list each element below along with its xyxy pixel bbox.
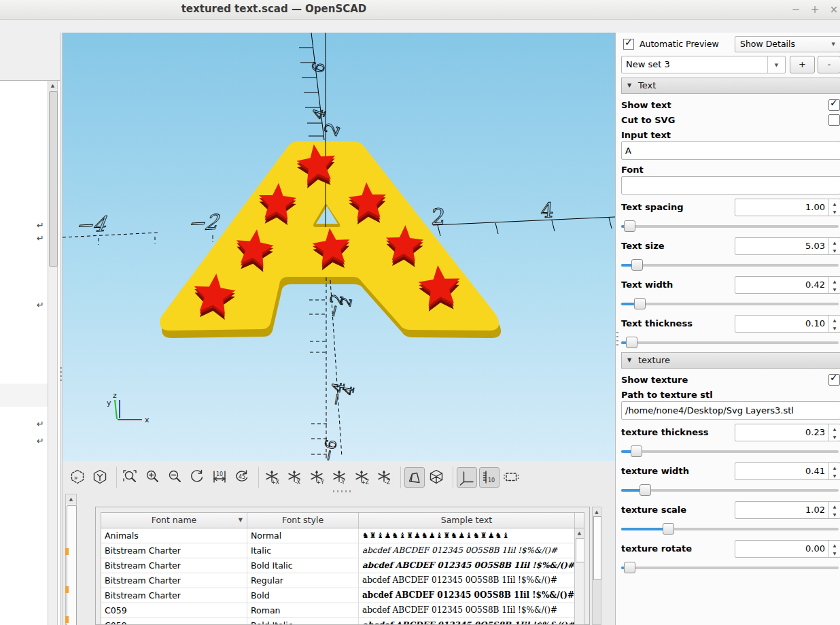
checkbox-show-text[interactable]: ✓: [828, 99, 840, 111]
remove-preset-button[interactable]: -: [818, 56, 840, 73]
zoom-in-button[interactable]: [143, 467, 163, 488]
font-row[interactable]: C059Bold Italicabcdef ABCDEF 012345 0O5S…: [101, 618, 584, 625]
spin-arrows[interactable]: ▲▼: [828, 424, 840, 441]
editor-scrollbar-thumb[interactable]: [49, 91, 58, 267]
spinbox-texture-scale[interactable]: 1.02▲▼: [735, 501, 840, 519]
spin-arrows[interactable]: ▲▼: [828, 541, 840, 557]
font-row[interactable]: C059Romanabcdef ABCDEF 012345 0O5S8B 1Ii…: [101, 603, 584, 618]
reset-rotation-button[interactable]: [188, 467, 208, 488]
scroll-up-icon[interactable]: ▲: [48, 81, 57, 90]
view-plus-z-button[interactable]: +Z: [352, 467, 372, 488]
font-row[interactable]: Bitstream CharterBoldabcdef ABCDEF 01234…: [101, 588, 584, 603]
window-title: textured text.scad — OpenSCAD: [0, 3, 548, 15]
spin-arrows[interactable]: ▲▼: [828, 502, 840, 518]
scroll-up-icon[interactable]: ▲: [66, 494, 76, 504]
section-header-text[interactable]: ▼Text: [621, 78, 840, 94]
slider-handle[interactable]: [626, 337, 637, 348]
spin-arrows[interactable]: ▲▼: [828, 238, 840, 254]
input-path-to-texture-stl[interactable]: /home/none4/Desktop/Svg Layers3.stl: [621, 401, 840, 420]
reset-view-button[interactable]: [90, 467, 111, 488]
slider-handle[interactable]: [624, 220, 635, 232]
slider-handle[interactable]: [663, 523, 674, 535]
slider-handle[interactable]: [634, 298, 646, 309]
slider-groove: [621, 567, 839, 569]
font-row[interactable]: Bitstream CharterBold Italicabcdef ABCDE…: [101, 558, 584, 573]
panel-left-scrollbar[interactable]: ▲: [65, 494, 77, 625]
show-scale-markers-button[interactable]: 10: [479, 467, 500, 488]
view-plus-x-button[interactable]: +X: [262, 467, 283, 488]
input-font[interactable]: [621, 176, 840, 195]
zoom-to-fit-button[interactable]: [120, 467, 141, 488]
zoom-out-button[interactable]: [165, 467, 186, 488]
measure-distance-icon: 10: [211, 468, 228, 486]
slider-texture-thickness[interactable]: [621, 443, 840, 460]
automatic-preview-checkbox[interactable]: ✓: [623, 39, 634, 50]
spinbox-texture-width[interactable]: 0.41▲▼: [735, 462, 840, 480]
close-button[interactable]: ×: [826, 2, 840, 17]
rotate-45-button[interactable]: 45: [232, 467, 253, 488]
column-header[interactable]: Font style: [247, 513, 359, 528]
slider-text-spacing[interactable]: [621, 218, 840, 235]
editor-scrollbar[interactable]: ▲: [48, 81, 58, 625]
checkbox-show-texture[interactable]: ✓: [828, 374, 840, 386]
panel-splitter-dots[interactable]: [333, 490, 351, 492]
slider-handle[interactable]: [624, 562, 635, 573]
scroll-up-icon[interactable]: ▲: [575, 528, 584, 538]
spin-value: 1.00: [805, 199, 825, 216]
slider-text-size[interactable]: [621, 257, 840, 273]
font-style-cell: Bold Italic: [247, 558, 359, 573]
orthographic-button[interactable]: [427, 467, 447, 488]
chevron-down-icon: ▼: [775, 63, 778, 68]
slider-text-width[interactable]: [621, 296, 840, 312]
preset-dropdown-arrow[interactable]: ▼: [767, 56, 785, 73]
slider-handle[interactable]: [631, 259, 643, 271]
spin-arrows[interactable]: ▲▼: [828, 199, 840, 216]
details-dropdown[interactable]: Show Details ▼: [735, 36, 840, 52]
column-header[interactable]: Font name▼: [101, 513, 247, 528]
slider-handle[interactable]: [631, 445, 642, 457]
table-scrollbar[interactable]: ▲: [574, 528, 584, 625]
scrollbar-thumb[interactable]: [67, 505, 77, 625]
checkbox-cut-to-svg[interactable]: [828, 114, 840, 126]
spinbox-texture-rotate[interactable]: 0.00▲▼: [735, 540, 840, 558]
scrollbar-thumb[interactable]: [593, 516, 601, 580]
add-preset-button[interactable]: +: [790, 56, 815, 73]
slider-text-thickness[interactable]: [621, 335, 840, 351]
spin-arrows[interactable]: ▲▼: [828, 316, 840, 332]
section-header-texture[interactable]: ▼texture: [621, 352, 840, 369]
font-row[interactable]: Bitstream CharterRegularabcdef ABCDEF 01…: [101, 573, 584, 588]
spin-arrows[interactable]: ▲▼: [828, 463, 840, 479]
3d-scene[interactable]: 642−22−44−6−4−224zyx: [63, 33, 615, 461]
view-minus-y-button[interactable]: -Y: [330, 467, 350, 488]
slider-handle[interactable]: [640, 484, 651, 496]
spinbox-text-size[interactable]: 5.03▲▼: [735, 237, 840, 255]
view-plus-y-button[interactable]: +Y: [307, 467, 328, 488]
slider-texture-rotate[interactable]: [621, 560, 840, 576]
scroll-up-icon[interactable]: ▲: [593, 507, 601, 517]
3d-viewport[interactable]: 642−22−44−6−4−224zyx: [63, 33, 615, 461]
font-row[interactable]: AnimalsNormal♞♜♝♟♞♝♜♟♞♟♝♜♞♟♝♞♜♟♞♝: [101, 528, 584, 543]
font-row[interactable]: Bitstream CharterItalicabcdef ABCDEF 012…: [101, 543, 584, 558]
scrollbar-thumb[interactable]: [576, 538, 584, 562]
view-minus-z-button[interactable]: -Z: [374, 467, 395, 488]
slider-texture-width[interactable]: [621, 482, 840, 499]
input-input-text[interactable]: A: [621, 141, 840, 160]
minimize-button[interactable]: −: [788, 2, 803, 17]
spinbox-text-spacing[interactable]: 1.00▲▼: [735, 199, 840, 216]
view-all-button[interactable]: »: [68, 467, 88, 488]
maximize-button[interactable]: +: [807, 2, 822, 17]
show-edges-button[interactable]: [502, 467, 522, 488]
column-header[interactable]: Sample text: [359, 513, 575, 528]
perspective-button[interactable]: [404, 467, 425, 488]
spinbox-text-thickness[interactable]: 0.10▲▼: [735, 315, 840, 333]
slider-texture-scale[interactable]: [621, 521, 840, 537]
spin-arrows[interactable]: ▲▼: [828, 277, 840, 293]
preset-dropdown[interactable]: New set 3 ▼: [621, 56, 786, 73]
view-minus-x-button[interactable]: -X: [285, 467, 305, 488]
measure-distance-button[interactable]: 10: [210, 467, 230, 488]
font-name-cell: Bitstream Charter: [101, 573, 247, 588]
panel-right-scrollbar[interactable]: ▲: [592, 507, 601, 625]
spinbox-text-width[interactable]: 0.42▲▼: [735, 276, 840, 294]
show-axes-button[interactable]: [457, 467, 477, 488]
spinbox-texture-thickness[interactable]: 0.23▲▼: [735, 424, 840, 441]
